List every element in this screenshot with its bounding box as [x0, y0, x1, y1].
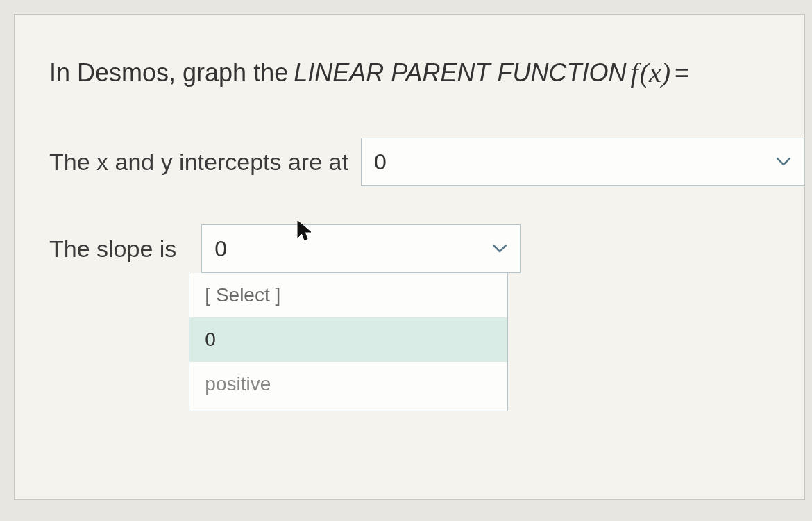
- slope-option-positive[interactable]: positive: [189, 362, 507, 411]
- intercepts-label: The x and y intercepts are at: [49, 149, 348, 176]
- intercepts-value: 0: [374, 149, 387, 175]
- prompt-suffix: =: [675, 58, 689, 88]
- slope-dropdown[interactable]: 0: [201, 224, 521, 273]
- slope-option-placeholder[interactable]: [ Select ]: [189, 273, 507, 317]
- chevron-down-icon: [492, 244, 507, 254]
- prompt-prefix: In Desmos, graph the: [49, 58, 288, 88]
- slope-value: 0: [214, 236, 227, 262]
- question-panel: In Desmos, graph the LINEAR PARENT FUNCT…: [14, 14, 805, 500]
- function-x: (x): [640, 56, 670, 89]
- function-f: f: [631, 56, 638, 89]
- prompt-emphasis: LINEAR PARENT FUNCTION: [294, 58, 626, 88]
- intercepts-row: The x and y intercepts are at 0: [49, 138, 804, 186]
- prompt-text: In Desmos, graph the LINEAR PARENT FUNCT…: [49, 56, 804, 89]
- slope-dropdown-wrapper: 0 [ Select ] 0 positive: [189, 224, 521, 411]
- intercepts-dropdown[interactable]: 0: [361, 138, 804, 186]
- slope-options-list: [ Select ] 0 positive: [189, 273, 508, 411]
- slope-label: The slope is: [49, 224, 176, 273]
- slope-row: The slope is 0 [ Select ] 0 positive: [49, 224, 804, 411]
- chevron-down-icon: [776, 157, 791, 167]
- slope-option-zero[interactable]: 0: [189, 317, 507, 362]
